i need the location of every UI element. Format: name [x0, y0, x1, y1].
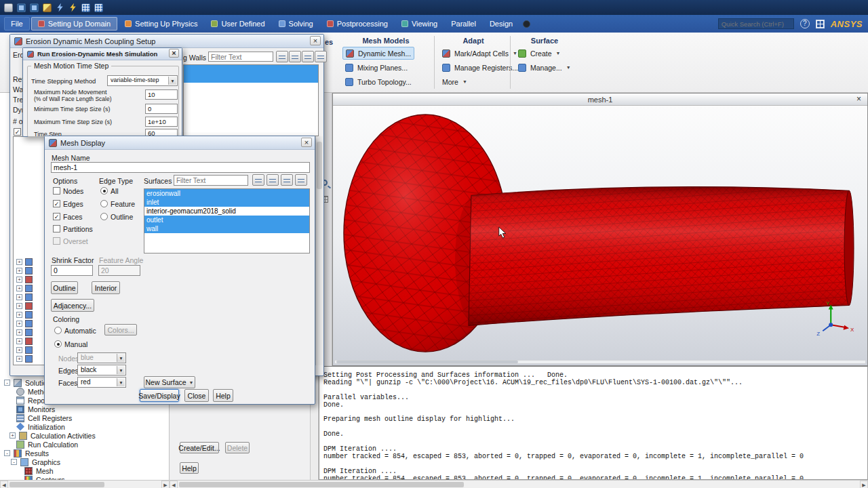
invert-selection-icon[interactable]	[302, 51, 314, 62]
expander-icon[interactable]	[16, 268, 22, 274]
tree-item-calculation-activities[interactable]: Calculation Activities	[9, 431, 96, 440]
expander-icon[interactable]	[16, 338, 22, 344]
close-icon[interactable]: ×	[169, 49, 179, 58]
edge-type-feature-radio[interactable]	[100, 200, 108, 207]
edges-color-dropdown[interactable]: black	[77, 365, 126, 375]
min-time-step-input[interactable]	[145, 104, 178, 114]
expander-icon[interactable]	[11, 459, 17, 465]
surface-item[interactable]: outlet	[144, 216, 309, 224]
expander-icon[interactable]	[16, 329, 22, 336]
tree-hscrollbar[interactable]: ◀ ▶	[0, 480, 170, 488]
app-grid-icon[interactable]	[816, 20, 825, 28]
expander-icon[interactable]	[16, 312, 22, 318]
list-options-icon[interactable]	[315, 51, 327, 62]
auto-checkbox[interactable]	[14, 128, 21, 136]
save-display-button[interactable]: Save/Display	[140, 389, 179, 402]
save-icon[interactable]	[4, 3, 13, 12]
edge-type-outline-radio[interactable]	[100, 213, 108, 220]
tree-item-run-calculation[interactable]: Run Calculation	[16, 440, 78, 449]
list-item[interactable]	[184, 74, 318, 83]
scroll-right-icon[interactable]: ▶	[860, 481, 868, 488]
walls-filter-input[interactable]	[208, 52, 273, 62]
new-surface-button[interactable]: New Surface▼	[144, 376, 195, 388]
help-icon[interactable]: ?	[800, 19, 810, 28]
tree-item-mesh[interactable]: Mesh	[24, 466, 54, 475]
expander-icon[interactable]	[16, 356, 22, 362]
surface-item[interactable]: inlet	[144, 198, 309, 207]
tab-file[interactable]: File	[4, 17, 30, 30]
coloring-manual-radio[interactable]	[54, 340, 62, 348]
surface-item[interactable]: interior-geomacum2018_solid	[144, 207, 309, 216]
task-help-button[interactable]: Help	[180, 462, 199, 474]
help-button[interactable]: Help	[213, 389, 233, 402]
coupling-scrollbar[interactable]	[315, 136, 323, 365]
list-item[interactable]	[184, 65, 318, 74]
expander-icon[interactable]	[4, 450, 10, 456]
expander-icon[interactable]	[9, 432, 16, 439]
monitor-icon-2[interactable]	[30, 3, 39, 12]
interior-button[interactable]: Interior	[92, 281, 120, 294]
expander-icon[interactable]	[16, 347, 22, 353]
surface-create-button[interactable]: Create▼	[515, 47, 563, 60]
coupling-dialog-titlebar[interactable]: Erosion Dynamic Mesh Coupling Setup ×	[10, 35, 323, 48]
tab-setting-up-domain[interactable]: Setting Up Domain	[31, 17, 117, 30]
scroll-thumb[interactable]	[9, 482, 104, 487]
run-dialog-titlebar[interactable]: Run Erosion-Dynamic Mesh Simulation ×	[23, 48, 182, 60]
surfaces-filter-input[interactable]	[174, 175, 248, 186]
list-options-icon[interactable]	[295, 174, 307, 186]
clear-selection-icon[interactable]	[289, 51, 301, 62]
tab-design[interactable]: Design	[484, 17, 519, 30]
scroll-right-icon[interactable]: ▶	[161, 481, 170, 488]
tree-item-graphics[interactable]: Graphics	[11, 458, 60, 466]
manage-registers-button[interactable]: Manage Registers...	[439, 61, 521, 74]
tree-item-monitors[interactable]: Monitors	[16, 405, 55, 413]
quick-search-input[interactable]	[718, 18, 794, 29]
select-all-icon[interactable]	[252, 174, 264, 186]
close-button[interactable]: Close	[184, 389, 209, 402]
walls-list[interactable]	[183, 64, 319, 136]
expander-icon[interactable]	[16, 303, 22, 309]
outline-button[interactable]: Outline	[51, 281, 78, 294]
tree-item-cell-registers[interactable]: Cell Registers	[16, 413, 72, 422]
scroll-left-icon[interactable]: ◀	[0, 481, 8, 488]
pencil-icon[interactable]	[43, 3, 52, 12]
partitions-checkbox[interactable]	[53, 225, 60, 232]
tree-item-initialization[interactable]: Initialization	[16, 422, 65, 431]
faces-checkbox[interactable]	[53, 213, 60, 220]
surfaces-list[interactable]: erosionwall inlet interior-geomacum2018_…	[144, 188, 310, 253]
tree-item-results[interactable]: Results	[4, 449, 49, 458]
tab-user-defined[interactable]: User Defined	[205, 17, 271, 30]
tab-setting-up-physics[interactable]: Setting Up Physics	[119, 17, 203, 30]
grid-blue-icon-2[interactable]	[94, 3, 103, 12]
mesh-display-titlebar[interactable]: Mesh Display ×	[45, 136, 315, 150]
max-time-step-input[interactable]	[145, 117, 178, 127]
surface-item[interactable]: erosionwall	[144, 189, 309, 198]
time-stepping-method-dropdown[interactable]: variable-time-step	[107, 75, 178, 86]
viewport-close-icon[interactable]: ×	[854, 95, 864, 104]
close-icon[interactable]: ×	[310, 36, 321, 45]
mesh-render-area[interactable]: Y X Z	[333, 106, 867, 365]
edges-checkbox[interactable]	[53, 200, 60, 207]
main-hscrollbar[interactable]: ◀ ▶	[170, 480, 868, 488]
select-all-icon[interactable]	[276, 51, 288, 62]
faces-color-dropdown[interactable]: red	[77, 377, 126, 388]
tab-viewing[interactable]: Viewing	[395, 17, 443, 30]
shrink-factor-input[interactable]	[51, 265, 93, 276]
console-pane[interactable]: Setting Post Processing and Surfaces inf…	[319, 366, 868, 480]
tab-postprocessing[interactable]: Postprocessing	[321, 17, 394, 30]
coloring-automatic-radio[interactable]	[54, 327, 62, 334]
adjacency-button[interactable]: Adjacency...	[51, 299, 94, 312]
expander-icon[interactable]	[16, 285, 22, 291]
clear-selection-icon[interactable]	[267, 174, 279, 186]
expander-icon[interactable]	[16, 259, 22, 265]
turbo-topology-button[interactable]: Turbo Topology...	[342, 75, 414, 88]
expander-icon[interactable]	[16, 277, 22, 283]
tab-parallel[interactable]: Parallel	[445, 17, 482, 30]
invert-selection-icon[interactable]	[281, 174, 293, 186]
edge-type-all-radio[interactable]	[100, 187, 108, 195]
monitor-icon[interactable]	[17, 3, 26, 12]
surface-item[interactable]: wall	[144, 224, 309, 233]
surface-manage-button[interactable]: Manage...▼	[515, 61, 574, 74]
viewport-hscrollbar[interactable]	[334, 360, 866, 364]
bolt-blue-icon[interactable]	[56, 3, 64, 12]
